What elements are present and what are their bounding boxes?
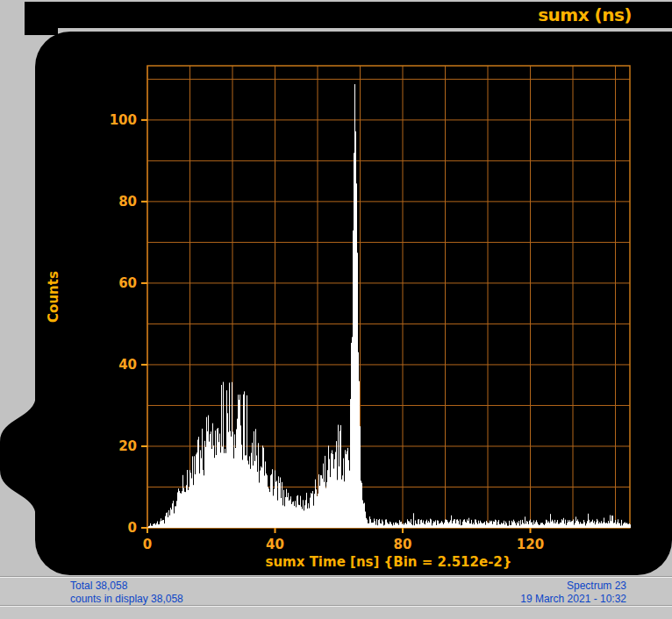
y-tick-label: 0 (128, 520, 137, 536)
x-tick-label: 120 (517, 537, 544, 552)
title-bar: sumx (ns) (25, 2, 672, 28)
y-tick-label: 20 (118, 438, 137, 454)
x-tick-label: 40 (266, 537, 284, 552)
y-tick-label: 60 (118, 275, 137, 291)
total-counts-label: Total 38,058 (70, 580, 183, 593)
y-axis-title: Counts (46, 271, 61, 323)
datetime-label: 19 March 2021 - 10:32 (520, 593, 626, 606)
window-title: sumx (ns) (538, 4, 632, 25)
y-tick-label: 40 (118, 357, 137, 373)
x-axis-title: sumx Time [ns] {Bin = 2.512e-2} (266, 554, 512, 570)
y-tick-label: 100 (110, 112, 137, 128)
spectrum-chart[interactable]: 04080120020406080100sumx Time [ns] {Bin … (35, 32, 672, 575)
panel-left-tab-shape (0, 395, 36, 517)
status-divider (0, 605, 672, 607)
status-left-block: Total 38,058 counts in display 38,058 (70, 580, 183, 606)
y-tick-label: 80 (118, 194, 137, 210)
panel-left-tab (0, 395, 36, 517)
status-bar: Total 38,058 counts in display 38,058 Sp… (0, 576, 672, 619)
display-counts-label: counts in display 38,058 (70, 593, 183, 606)
x-tick-label: 0 (143, 537, 152, 552)
status-right-block: Spectrum 23 19 March 2021 - 10:32 (520, 580, 626, 606)
spectrum-number-label: Spectrum 23 (520, 580, 626, 593)
x-tick-label: 80 (394, 537, 412, 552)
